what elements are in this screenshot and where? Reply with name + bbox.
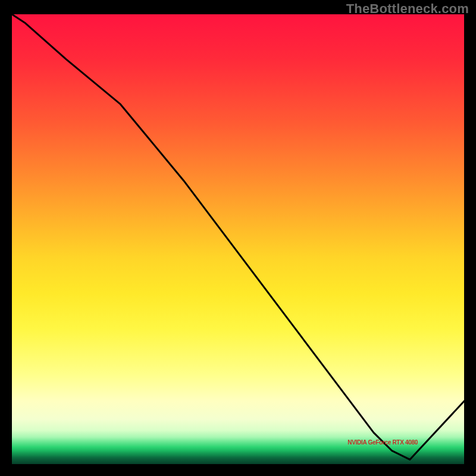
gpu-annotation: NVIDIA GeForce RTX 4080 [347, 439, 418, 446]
chart-frame: TheBottleneck.com NVIDIA GeForce RTX 408… [0, 0, 476, 476]
bottleneck-curve [12, 14, 464, 464]
plot-area: NVIDIA GeForce RTX 4080 [12, 14, 464, 464]
